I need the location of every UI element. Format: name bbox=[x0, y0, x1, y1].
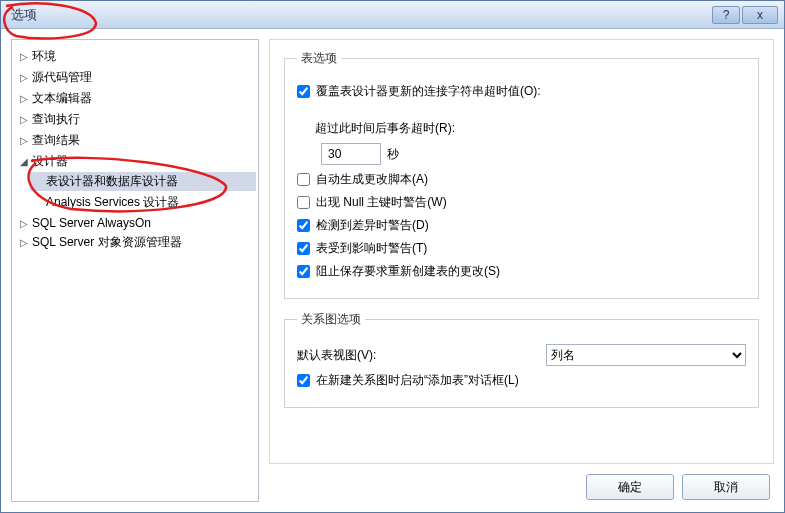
tree-item-designers[interactable]: ◢设计器 bbox=[16, 152, 256, 171]
tree-item-source-control[interactable]: ▷源代码管理 bbox=[16, 68, 256, 87]
null-pk-warning-checkbox[interactable] bbox=[297, 196, 310, 209]
prevent-recreate-checkbox[interactable] bbox=[297, 265, 310, 278]
dialog-content: ▷环境 ▷源代码管理 ▷文本编辑器 ▷查询执行 ▷查询结果 ◢设计器 ▷表设计器… bbox=[1, 29, 784, 512]
ok-button[interactable]: 确定 bbox=[586, 474, 674, 500]
launch-add-table-label: 在新建关系图时启动“添加表”对话框(L) bbox=[316, 372, 519, 389]
prevent-recreate-row: 阻止保存要求重新创建表的更改(S) bbox=[297, 263, 746, 280]
timeout-row: 超过此时间后事务超时(R): bbox=[315, 120, 746, 137]
timeout-input[interactable] bbox=[321, 143, 381, 165]
override-conn-timeout-label: 覆盖表设计器更新的连接字符串超时值(O): bbox=[316, 83, 541, 100]
options-dialog: 选项 ? x ▷环境 ▷源代码管理 ▷文本编辑器 ▷查询执行 ▷查询结果 ◢设计… bbox=[0, 0, 785, 513]
timeout-unit: 秒 bbox=[387, 146, 399, 163]
nav-tree[interactable]: ▷环境 ▷源代码管理 ▷文本编辑器 ▷查询执行 ▷查询结果 ◢设计器 ▷表设计器… bbox=[11, 39, 259, 502]
tree-item-table-designer[interactable]: ▷表设计器和数据库设计器 bbox=[30, 172, 256, 191]
chevron-right-icon: ▷ bbox=[18, 237, 30, 248]
tree-item-query-results[interactable]: ▷查询结果 bbox=[16, 131, 256, 150]
diagram-options-legend: 关系图选项 bbox=[297, 311, 365, 328]
tree-item-object-explorer[interactable]: ▷SQL Server 对象资源管理器 bbox=[16, 233, 256, 252]
diff-warning-checkbox[interactable] bbox=[297, 219, 310, 232]
tree-item-text-editor[interactable]: ▷文本编辑器 bbox=[16, 89, 256, 108]
right-pane: 表选项 覆盖表设计器更新的连接字符串超时值(O): 超过此时间后事务超时(R):… bbox=[269, 39, 774, 502]
override-conn-timeout-row: 覆盖表设计器更新的连接字符串超时值(O): bbox=[297, 83, 746, 100]
auto-gen-script-label: 自动生成更改脚本(A) bbox=[316, 171, 428, 188]
default-view-label: 默认表视图(V): bbox=[297, 347, 376, 364]
timeout-label: 超过此时间后事务超时(R): bbox=[315, 120, 455, 137]
chevron-right-icon: ▷ bbox=[18, 114, 30, 125]
table-options-legend: 表选项 bbox=[297, 50, 341, 67]
titlebar: 选项 ? x bbox=[1, 1, 784, 29]
table-options-group: 表选项 覆盖表设计器更新的连接字符串超时值(O): 超过此时间后事务超时(R):… bbox=[284, 50, 759, 299]
override-conn-timeout-checkbox[interactable] bbox=[297, 85, 310, 98]
cancel-button[interactable]: 取消 bbox=[682, 474, 770, 500]
diff-warning-row: 检测到差异时警告(D) bbox=[297, 217, 746, 234]
launch-add-table-checkbox[interactable] bbox=[297, 374, 310, 387]
affected-warning-label: 表受到影响时警告(T) bbox=[316, 240, 427, 257]
window-title: 选项 bbox=[11, 6, 710, 24]
auto-gen-script-checkbox[interactable] bbox=[297, 173, 310, 186]
timeout-input-row: 秒 bbox=[315, 143, 746, 165]
auto-gen-script-row: 自动生成更改脚本(A) bbox=[297, 171, 746, 188]
affected-warning-checkbox[interactable] bbox=[297, 242, 310, 255]
help-icon: ? bbox=[723, 8, 730, 22]
help-button[interactable]: ? bbox=[712, 6, 740, 24]
tree-item-alwayson[interactable]: ▷SQL Server AlwaysOn bbox=[16, 215, 256, 231]
chevron-right-icon: ▷ bbox=[18, 51, 30, 62]
chevron-down-icon: ◢ bbox=[18, 156, 30, 167]
tree-item-environment[interactable]: ▷环境 bbox=[16, 47, 256, 66]
default-view-row: 默认表视图(V): 列名 bbox=[297, 344, 746, 366]
tree-item-query-execution[interactable]: ▷查询执行 bbox=[16, 110, 256, 129]
dialog-footer: 确定 取消 bbox=[269, 464, 774, 502]
null-pk-warning-label: 出现 Null 主键时警告(W) bbox=[316, 194, 447, 211]
prevent-recreate-label: 阻止保存要求重新创建表的更改(S) bbox=[316, 263, 500, 280]
close-button[interactable]: x bbox=[742, 6, 778, 24]
diff-warning-label: 检测到差异时警告(D) bbox=[316, 217, 429, 234]
chevron-right-icon: ▷ bbox=[18, 72, 30, 83]
chevron-right-icon: ▷ bbox=[18, 135, 30, 146]
launch-add-table-row: 在新建关系图时启动“添加表”对话框(L) bbox=[297, 372, 746, 389]
default-view-select[interactable]: 列名 bbox=[546, 344, 746, 366]
diagram-options-group: 关系图选项 默认表视图(V): 列名 在新建关系图时启动“添加表”对话框(L) bbox=[284, 311, 759, 408]
close-icon: x bbox=[757, 8, 763, 22]
null-pk-warning-row: 出现 Null 主键时警告(W) bbox=[297, 194, 746, 211]
chevron-right-icon: ▷ bbox=[18, 218, 30, 229]
chevron-right-icon: ▷ bbox=[18, 93, 30, 104]
tree-item-analysis-services-designer[interactable]: ▷Analysis Services 设计器 bbox=[30, 193, 256, 212]
settings-panel: 表选项 覆盖表设计器更新的连接字符串超时值(O): 超过此时间后事务超时(R):… bbox=[269, 39, 774, 464]
affected-warning-row: 表受到影响时警告(T) bbox=[297, 240, 746, 257]
